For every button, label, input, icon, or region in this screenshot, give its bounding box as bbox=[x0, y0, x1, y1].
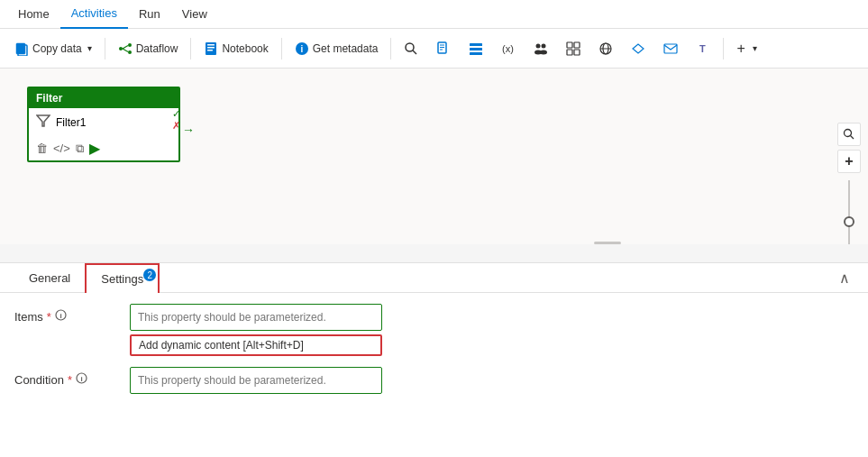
code-icon[interactable]: </> bbox=[53, 142, 70, 155]
copy-data-label: Copy data bbox=[32, 42, 82, 55]
add-more-icon: + bbox=[736, 41, 745, 57]
condition-form-row: Condition * i bbox=[14, 367, 854, 394]
tabs: General Settings 2 bbox=[14, 263, 160, 292]
svg-rect-34 bbox=[664, 44, 677, 53]
svg-text:i: i bbox=[59, 312, 61, 320]
get-metadata-label: Get metadata bbox=[313, 42, 379, 55]
people-toolbar-button[interactable] bbox=[526, 34, 555, 63]
items-label: Items * i bbox=[14, 304, 123, 324]
add-more-dropdown-arrow: ▾ bbox=[753, 43, 757, 53]
menu-view[interactable]: View bbox=[171, 0, 218, 29]
items-label-text: Items bbox=[14, 310, 43, 324]
svg-text:(x): (x) bbox=[502, 43, 514, 54]
menu-home[interactable]: Home bbox=[7, 0, 60, 29]
items-input[interactable] bbox=[130, 304, 382, 331]
zoom-in-button[interactable]: + bbox=[837, 150, 861, 173]
condition-field-group bbox=[130, 367, 382, 394]
filter-body: Filter1 ✓ ✗ bbox=[29, 108, 178, 136]
outlook-toolbar-button[interactable] bbox=[656, 34, 685, 63]
add-more-button[interactable]: + ▾ bbox=[729, 34, 763, 63]
svg-rect-21 bbox=[470, 52, 482, 55]
separator-4 bbox=[390, 38, 391, 59]
svg-rect-8 bbox=[207, 44, 215, 46]
filter-scrollbar bbox=[180, 88, 193, 160]
copy-data-button[interactable]: Copy data ▾ bbox=[7, 34, 99, 63]
tab-general[interactable]: General bbox=[14, 264, 85, 292]
items-dynamic-content-button[interactable]: Add dynamic content [Alt+Shift+D] bbox=[130, 334, 382, 356]
condition-label: Condition * i bbox=[14, 367, 123, 387]
teams-toolbar-button[interactable]: T bbox=[689, 34, 717, 63]
separator-3 bbox=[281, 38, 282, 59]
main-container: Filter Filter1 ✓ ✗ 🗑 bbox=[0, 69, 868, 457]
get-metadata-icon: i bbox=[295, 41, 309, 56]
zoom-thumb bbox=[844, 216, 854, 227]
items-form-row: Items * i Add dynamic content [Alt+Shift… bbox=[14, 304, 854, 356]
condition-required: * bbox=[68, 373, 72, 387]
svg-line-5 bbox=[123, 45, 128, 49]
formula-toolbar-button[interactable]: (x) bbox=[494, 34, 523, 63]
filter-header: Filter bbox=[29, 88, 178, 108]
svg-rect-9 bbox=[207, 47, 215, 49]
items-info-icon[interactable]: i bbox=[55, 309, 67, 324]
svg-line-38 bbox=[851, 136, 854, 140]
svg-point-4 bbox=[128, 50, 132, 54]
canvas-controls: + − bbox=[837, 123, 861, 244]
filter-name-text: Filter1 bbox=[56, 116, 86, 129]
dataflow-label: Dataflow bbox=[136, 42, 178, 55]
condition-input[interactable] bbox=[130, 367, 382, 394]
notebook-button[interactable]: Notebook bbox=[196, 34, 275, 63]
get-metadata-button[interactable]: i Get metadata bbox=[288, 34, 386, 63]
tabs-row: General Settings 2 ∧ bbox=[0, 263, 868, 293]
svg-point-3 bbox=[128, 43, 132, 47]
filter-block: Filter Filter1 ✓ ✗ 🗑 bbox=[27, 87, 180, 162]
svg-text:i: i bbox=[80, 375, 82, 383]
form-area: Items * i Add dynamic content [Alt+Shift… bbox=[0, 293, 868, 416]
separator-2 bbox=[190, 38, 191, 59]
svg-point-24 bbox=[542, 43, 546, 48]
svg-point-26 bbox=[540, 50, 547, 54]
notebook-icon bbox=[204, 41, 218, 56]
canvas-area[interactable]: Filter Filter1 ✓ ✗ 🗑 bbox=[0, 69, 868, 244]
check-red-icon: ✗ bbox=[172, 120, 180, 132]
canvas-divider bbox=[347, 242, 868, 244]
search-canvas-button[interactable] bbox=[837, 123, 861, 146]
tab-settings[interactable]: Settings 2 bbox=[85, 263, 160, 293]
filter-name: Filter1 bbox=[36, 114, 86, 131]
document-toolbar-button[interactable] bbox=[429, 34, 458, 63]
svg-point-23 bbox=[536, 43, 541, 48]
notebook-label: Notebook bbox=[222, 42, 268, 55]
svg-text:i: i bbox=[300, 44, 303, 54]
svg-rect-10 bbox=[207, 50, 213, 51]
dataflow-button[interactable]: Dataflow bbox=[111, 34, 186, 63]
menu-bar: Home Activities Run View bbox=[0, 0, 868, 29]
svg-point-13 bbox=[406, 43, 414, 51]
flow-toolbar-button[interactable] bbox=[624, 34, 653, 63]
delete-icon[interactable]: 🗑 bbox=[36, 142, 48, 155]
collapse-panel-button[interactable]: ∧ bbox=[836, 266, 854, 290]
items-required: * bbox=[47, 310, 51, 324]
svg-line-6 bbox=[123, 49, 128, 52]
list-toolbar-button[interactable] bbox=[461, 34, 490, 63]
svg-rect-19 bbox=[470, 43, 482, 46]
run-icon[interactable]: ▶ bbox=[89, 140, 100, 157]
resize-handle[interactable] bbox=[594, 242, 621, 244]
svg-rect-27 bbox=[567, 42, 572, 48]
menu-activities[interactable]: Activities bbox=[60, 0, 128, 29]
table-toolbar-button[interactable] bbox=[559, 34, 588, 63]
condition-info-icon[interactable]: i bbox=[76, 372, 87, 387]
check-green-icon: ✓ bbox=[172, 108, 180, 120]
copy-icon[interactable]: ⧉ bbox=[76, 142, 84, 156]
svg-rect-29 bbox=[567, 50, 572, 55]
svg-point-2 bbox=[119, 47, 123, 50]
bottom-panel: General Settings 2 ∧ Items * i bbox=[0, 262, 868, 457]
copy-data-icon bbox=[14, 41, 29, 56]
svg-rect-20 bbox=[470, 48, 482, 50]
filter-indicators: ✓ ✗ bbox=[172, 108, 180, 132]
settings-badge: 2 bbox=[143, 269, 156, 281]
globe-toolbar-button[interactable] bbox=[591, 34, 620, 63]
svg-marker-36 bbox=[37, 115, 50, 126]
tab-settings-label: Settings bbox=[101, 272, 143, 286]
separator-1 bbox=[105, 38, 105, 59]
search-toolbar-button[interactable] bbox=[397, 34, 425, 63]
menu-run[interactable]: Run bbox=[128, 0, 171, 29]
